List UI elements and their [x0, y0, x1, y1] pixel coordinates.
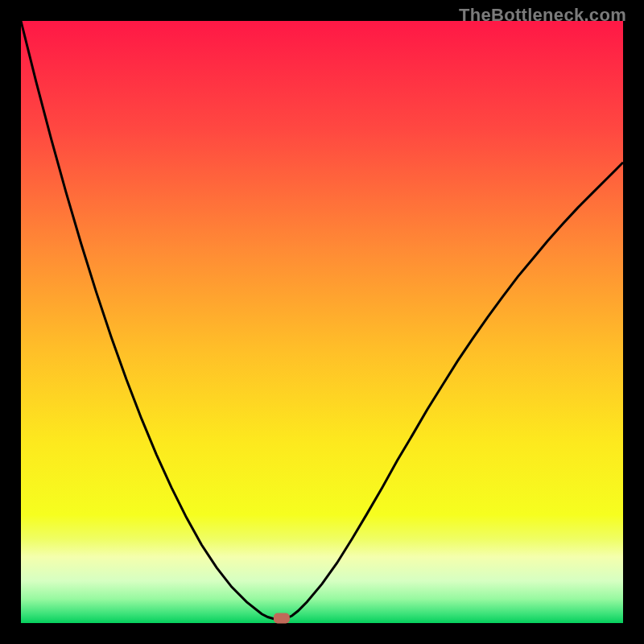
watermark-text: TheBottleneck.com [459, 5, 626, 26]
chart-container: TheBottleneck.com [0, 0, 644, 644]
gradient-background [21, 21, 623, 623]
optimal-marker [274, 613, 290, 624]
bottleneck-chart [0, 0, 644, 644]
